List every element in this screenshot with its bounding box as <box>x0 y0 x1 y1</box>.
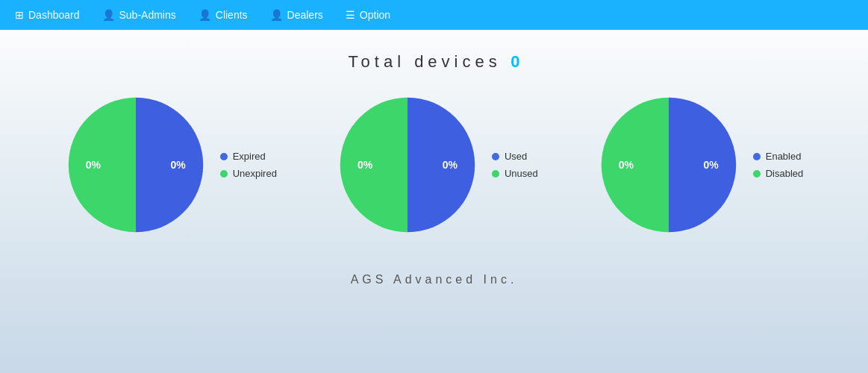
status-legend: Enabled Disabled <box>753 151 804 179</box>
legend-unused: Unused <box>492 168 538 179</box>
legend-used: Used <box>492 151 538 162</box>
navigation: ⊞ Dashboard 👤 Sub-Admins 👤 Clients 👤 Dea… <box>0 0 868 30</box>
usage-right-label: 0% <box>443 159 458 171</box>
charts-container: 0% 0% Expired Unexpired 0% 0% <box>0 79 868 251</box>
company-name: AGS Advanced Inc. <box>351 273 518 286</box>
unused-label: Unused <box>505 168 538 179</box>
nav-item-dashboard[interactable]: ⊞ Dashboard <box>15 9 80 21</box>
nav-label-dealers: Dealers <box>287 9 323 21</box>
status-left-label: 0% <box>619 159 634 171</box>
nav-item-sub-admins[interactable]: 👤 Sub-Admins <box>102 9 176 21</box>
enabled-label: Enabled <box>766 151 802 162</box>
option-icon: ☰ <box>346 9 355 21</box>
legend-enabled: Enabled <box>753 151 804 162</box>
title-section: Total devices 0 <box>0 30 868 79</box>
disabled-dot <box>753 170 761 178</box>
sub-admins-icon: 👤 <box>102 9 115 21</box>
usage-legend: Used Unused <box>492 151 538 179</box>
legend-disabled: Disabled <box>753 168 804 179</box>
expiry-left-label: 0% <box>86 159 101 171</box>
usage-pie: 0% 0% <box>337 94 478 236</box>
dashboard-icon: ⊞ <box>15 9 24 21</box>
usage-left-label: 0% <box>357 159 372 171</box>
used-dot <box>492 153 499 160</box>
status-chart-group: 0% 0% Enabled Disabled <box>598 94 804 236</box>
disabled-label: Disabled <box>766 168 804 179</box>
clients-icon: 👤 <box>199 9 211 21</box>
expiry-chart-group: 0% 0% Expired Unexpired <box>65 94 277 236</box>
expired-dot <box>220 153 228 160</box>
nav-label-dashboard: Dashboard <box>28 9 80 21</box>
unused-dot <box>492 170 499 178</box>
unexpired-label: Unexpired <box>233 168 277 179</box>
nav-label-sub-admins: Sub-Admins <box>119 9 176 21</box>
used-label: Used <box>505 151 527 162</box>
expiry-pie: 0% 0% <box>65 94 207 236</box>
legend-expired: Expired <box>220 151 277 162</box>
nav-label-clients: Clients <box>216 9 248 21</box>
usage-chart-group: 0% 0% Used Unused <box>337 94 538 236</box>
expiry-legend: Expired Unexpired <box>220 151 277 179</box>
total-devices-label: Total devices <box>349 52 502 71</box>
status-pie: 0% 0% <box>598 94 740 236</box>
nav-item-dealers[interactable]: 👤 Dealers <box>270 9 323 21</box>
expired-label: Expired <box>233 151 266 162</box>
nav-label-option: Option <box>360 9 390 21</box>
nav-item-option[interactable]: ☰ Option <box>346 9 390 21</box>
expiry-right-label: 0% <box>170 159 185 171</box>
total-devices-count: 0 <box>511 52 519 72</box>
nav-item-clients[interactable]: 👤 Clients <box>199 9 248 21</box>
enabled-dot <box>753 153 761 160</box>
footer: AGS Advanced Inc. <box>0 251 868 294</box>
unexpired-dot <box>220 170 228 178</box>
status-right-label: 0% <box>704 159 719 171</box>
legend-unexpired: Unexpired <box>220 168 277 179</box>
dealers-icon: 👤 <box>270 9 283 21</box>
